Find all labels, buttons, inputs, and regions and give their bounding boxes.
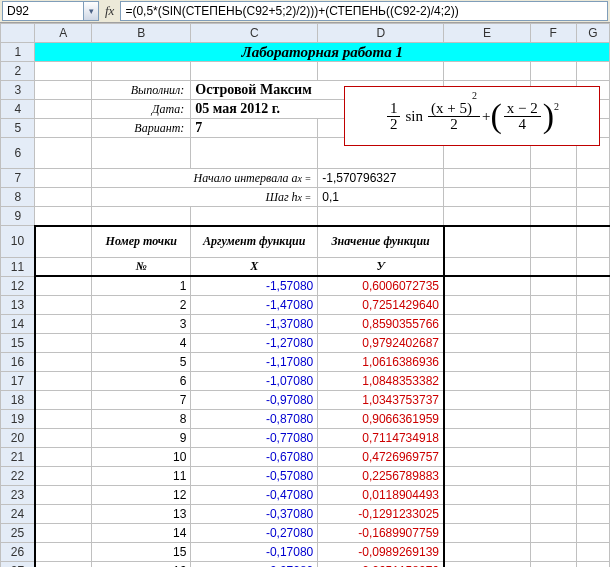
cell-y[interactable]: 0,0651158076: [318, 561, 444, 567]
cell-y[interactable]: 0,8590355766: [318, 314, 444, 333]
cell-n[interactable]: 11: [92, 466, 191, 485]
cell-n[interactable]: 4: [92, 333, 191, 352]
cell-n[interactable]: 15: [92, 542, 191, 561]
cell-n[interactable]: 14: [92, 523, 191, 542]
cell[interactable]: [35, 295, 92, 314]
cell[interactable]: [444, 466, 530, 485]
row-header[interactable]: 2: [1, 62, 35, 81]
row-header[interactable]: 18: [1, 390, 35, 409]
cell-y[interactable]: 0,7251429640: [318, 295, 444, 314]
row-header[interactable]: 25: [1, 523, 35, 542]
cell[interactable]: [576, 333, 609, 352]
cell[interactable]: [444, 447, 530, 466]
cell-n[interactable]: 2: [92, 295, 191, 314]
row-header[interactable]: 5: [1, 119, 35, 138]
cell-x[interactable]: -0,77080: [191, 428, 318, 447]
cell[interactable]: [35, 447, 92, 466]
row-header[interactable]: 10: [1, 226, 35, 258]
cell[interactable]: [530, 466, 576, 485]
cell[interactable]: [35, 352, 92, 371]
row-header[interactable]: 27: [1, 561, 35, 567]
label-step[interactable]: Шаг hx =: [92, 188, 318, 207]
row-header[interactable]: 12: [1, 276, 35, 295]
cell-y[interactable]: -0,1689907759: [318, 523, 444, 542]
cell-x[interactable]: -0,37080: [191, 504, 318, 523]
col-header-F[interactable]: F: [530, 24, 576, 43]
cell[interactable]: [35, 561, 92, 567]
cell-x[interactable]: -0,47080: [191, 485, 318, 504]
row-header[interactable]: 6: [1, 138, 35, 169]
cell-x[interactable]: -0,57080: [191, 466, 318, 485]
cell-y[interactable]: 0,9066361959: [318, 409, 444, 428]
label-date[interactable]: Дата:: [92, 100, 191, 119]
cell[interactable]: [444, 485, 530, 504]
cell[interactable]: [444, 333, 530, 352]
cell[interactable]: [530, 428, 576, 447]
cell-y[interactable]: 0,2256789883: [318, 466, 444, 485]
cell[interactable]: [35, 485, 92, 504]
cell-x[interactable]: -1,57080: [191, 276, 318, 295]
row-header[interactable]: 13: [1, 295, 35, 314]
cell-n[interactable]: 3: [92, 314, 191, 333]
row-header[interactable]: 7: [1, 169, 35, 188]
row-header[interactable]: 15: [1, 333, 35, 352]
label-variant[interactable]: Вариант:: [92, 119, 191, 138]
cell[interactable]: [530, 390, 576, 409]
label-performed[interactable]: Выполнил:: [92, 81, 191, 100]
cell[interactable]: [576, 409, 609, 428]
cell[interactable]: [35, 428, 92, 447]
cell-y[interactable]: 0,7114734918: [318, 428, 444, 447]
cell[interactable]: [576, 561, 609, 567]
name-box[interactable]: D92: [2, 1, 84, 21]
cell-y[interactable]: -0,0989269139: [318, 542, 444, 561]
cell-x[interactable]: -0,27080: [191, 523, 318, 542]
cell[interactable]: [576, 352, 609, 371]
header-arg[interactable]: Аргумент функции: [191, 226, 318, 258]
cell[interactable]: [576, 447, 609, 466]
row-header[interactable]: 19: [1, 409, 35, 428]
cell-n[interactable]: 5: [92, 352, 191, 371]
row-header[interactable]: 1: [1, 43, 35, 62]
row-header[interactable]: 11: [1, 257, 35, 276]
cell-x[interactable]: -1,47080: [191, 295, 318, 314]
cell[interactable]: [530, 485, 576, 504]
col-header-E[interactable]: E: [444, 24, 530, 43]
cell-x[interactable]: -0,17080: [191, 542, 318, 561]
cell[interactable]: [35, 390, 92, 409]
cell-x[interactable]: -0,67080: [191, 447, 318, 466]
cell[interactable]: [530, 523, 576, 542]
cell-n[interactable]: 13: [92, 504, 191, 523]
cell[interactable]: [444, 352, 530, 371]
cell[interactable]: [530, 447, 576, 466]
cell[interactable]: [576, 466, 609, 485]
cell[interactable]: [576, 276, 609, 295]
cell[interactable]: [530, 409, 576, 428]
header-y-sym[interactable]: У: [318, 257, 444, 276]
cell[interactable]: [530, 542, 576, 561]
header-val[interactable]: Значение функции: [318, 226, 444, 258]
name-box-dropdown[interactable]: ▾: [84, 1, 99, 21]
cell[interactable]: [444, 295, 530, 314]
label-interval-start[interactable]: Начало интервала ax =: [92, 169, 318, 188]
cell[interactable]: [444, 371, 530, 390]
cell[interactable]: [576, 485, 609, 504]
cell-y[interactable]: 1,0616386936: [318, 352, 444, 371]
cell-x[interactable]: -1,37080: [191, 314, 318, 333]
cell[interactable]: [35, 504, 92, 523]
row-header[interactable]: 3: [1, 81, 35, 100]
cell-x[interactable]: -0,87080: [191, 409, 318, 428]
header-x-sym[interactable]: X: [191, 257, 318, 276]
row-header[interactable]: 16: [1, 352, 35, 371]
cell[interactable]: [444, 504, 530, 523]
row-header[interactable]: 20: [1, 428, 35, 447]
cell-n[interactable]: 12: [92, 485, 191, 504]
cell[interactable]: [530, 333, 576, 352]
cell[interactable]: [444, 542, 530, 561]
header-n-sym[interactable]: №: [92, 257, 191, 276]
col-header-G[interactable]: G: [576, 24, 609, 43]
cell[interactable]: [444, 409, 530, 428]
cell[interactable]: [530, 295, 576, 314]
cell[interactable]: [576, 428, 609, 447]
cell[interactable]: [530, 276, 576, 295]
row-header[interactable]: 24: [1, 504, 35, 523]
